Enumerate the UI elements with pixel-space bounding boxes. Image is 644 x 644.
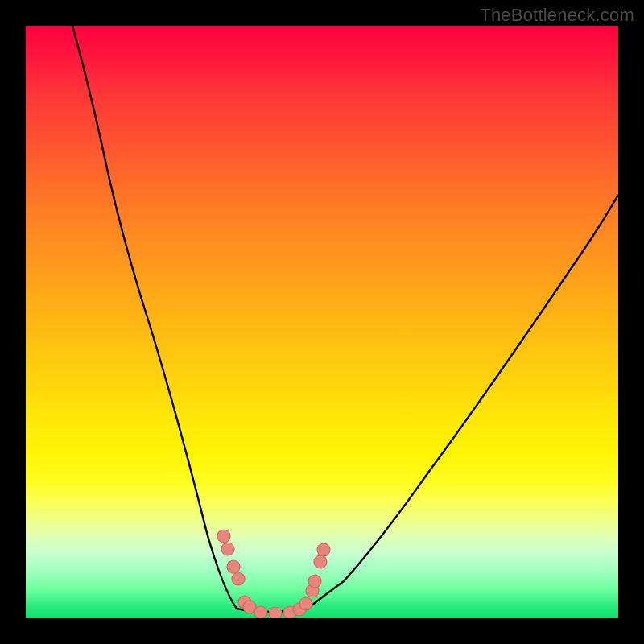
left-curve bbox=[72, 26, 237, 609]
marker-dot bbox=[227, 560, 240, 573]
plot-area bbox=[26, 26, 618, 618]
marker-dot bbox=[299, 597, 312, 610]
marker-right-cluster bbox=[306, 543, 330, 597]
marker-dot bbox=[269, 607, 282, 618]
marker-dot bbox=[314, 555, 327, 568]
marker-dot bbox=[217, 530, 230, 543]
marker-dot bbox=[254, 606, 267, 618]
outer-frame: TheBottleneck.com bbox=[0, 0, 644, 644]
marker-dot bbox=[232, 572, 245, 585]
watermark-text: TheBottleneck.com bbox=[480, 5, 634, 26]
curve-layer bbox=[26, 26, 618, 618]
marker-floor-cluster bbox=[238, 596, 312, 618]
marker-dot bbox=[221, 543, 234, 555]
marker-dot bbox=[317, 543, 330, 556]
marker-dot bbox=[308, 575, 321, 588]
right-curve bbox=[308, 195, 618, 609]
